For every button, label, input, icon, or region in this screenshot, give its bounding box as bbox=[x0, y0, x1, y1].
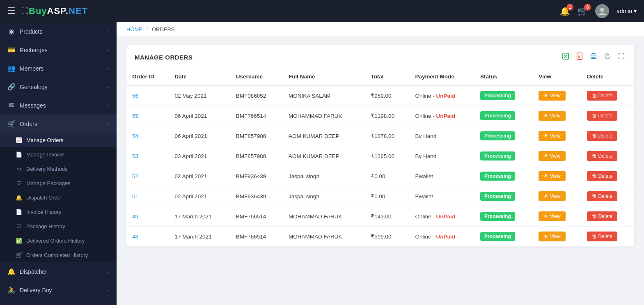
submenu-item-manage-packages[interactable]: 🛡 Manage Packages bbox=[0, 176, 117, 190]
sidebar-item-members[interactable]: 👥 Members › bbox=[0, 59, 117, 78]
notifications-button[interactable]: 🔔 1 bbox=[560, 6, 570, 16]
cell-status: Processing bbox=[474, 166, 533, 186]
cell-full-name: AOM KUMAR DEEP bbox=[283, 126, 365, 146]
view-button[interactable]: 👁 View bbox=[539, 111, 565, 121]
status-badge: Processing bbox=[480, 232, 515, 241]
sidebar: ◉ Products › 💳 Recharges › 👥 Members › 🔗… bbox=[0, 22, 117, 305]
sidebar-item-dispatcher[interactable]: 🔔 Dispatcher › bbox=[0, 262, 117, 281]
cell-payment-mode: Online - UnPaid bbox=[410, 85, 475, 106]
cell-total: ₹0.00 bbox=[365, 186, 409, 206]
cell-delete: 🗑 Delete bbox=[581, 186, 634, 206]
col-delete: Delete bbox=[581, 68, 634, 85]
view-button[interactable]: 👁 View bbox=[539, 151, 565, 161]
order-id-link[interactable]: 53 bbox=[132, 153, 138, 159]
cell-delete: 🗑 Delete bbox=[581, 206, 634, 227]
cell-date: 03 April 2021 bbox=[169, 146, 230, 166]
cell-username: BMF766514 bbox=[230, 106, 283, 126]
order-id-link[interactable]: 51 bbox=[132, 193, 138, 200]
submenu-item-manage-invoice[interactable]: 📄 Manage Invoice bbox=[0, 147, 117, 162]
table-row: 51 02 April 2021 BMF936439 Jaspal singh … bbox=[126, 186, 634, 206]
delete-button[interactable]: 🗑 Delete bbox=[587, 151, 617, 161]
expand-button[interactable]: ⛶ bbox=[21, 7, 29, 16]
table-row: 53 03 April 2021 BMF857988 AOM KUMAR DEE… bbox=[126, 146, 634, 166]
manage-orders-card: MANAGE ORDERS bbox=[126, 45, 634, 247]
submenu-item-delivered-orders-history[interactable]: ✅ Delivered Orders History bbox=[0, 234, 117, 248]
cell-total: ₹0.00 bbox=[365, 166, 409, 186]
fullscreen-button[interactable] bbox=[617, 52, 626, 63]
sidebar-item-products[interactable]: ◉ Products › bbox=[0, 22, 117, 41]
view-button[interactable]: 👁 View bbox=[539, 91, 565, 101]
order-id-link[interactable]: 49 bbox=[132, 213, 138, 220]
print-button[interactable] bbox=[589, 52, 598, 63]
products-icon: ◉ bbox=[7, 28, 16, 35]
topnav: ☰ ⛶ BuyASP.NET 🔔 1 🛒 8 admin ▾ bbox=[0, 0, 644, 22]
sidebar-item-orders-label: Orders bbox=[20, 121, 37, 127]
order-id-link[interactable]: 56 bbox=[132, 93, 138, 99]
orders-completed-icon: 🛒 bbox=[16, 252, 22, 258]
refresh-button[interactable] bbox=[603, 52, 612, 63]
cell-total: ₹143.00 bbox=[365, 206, 409, 227]
sidebar-item-delivery-boy[interactable]: 🚴 Delivery Boy › bbox=[0, 281, 117, 299]
cart-badge: 8 bbox=[584, 4, 591, 11]
orders-submenu: 📈 Manage Orders 📄 Manage Invoice ↪ Deliv… bbox=[0, 133, 117, 262]
card-actions bbox=[561, 52, 626, 63]
view-button[interactable]: 👁 View bbox=[539, 211, 565, 221]
submenu-package-history-label: Package History bbox=[26, 223, 65, 229]
sidebar-item-messages[interactable]: ✉ Messages › bbox=[0, 96, 117, 115]
hamburger-button[interactable]: ☰ bbox=[7, 6, 16, 16]
export-excel-button[interactable] bbox=[561, 52, 570, 63]
delete-button[interactable]: 🗑 Delete bbox=[587, 211, 617, 221]
payment-mode-text: Online - bbox=[415, 234, 436, 240]
cell-username: BMF936439 bbox=[230, 186, 283, 206]
order-id-link[interactable]: 48 bbox=[132, 234, 138, 240]
cell-status: Processing bbox=[474, 227, 533, 247]
cart-button[interactable]: 🛒 8 bbox=[578, 6, 588, 16]
breadcrumb-home[interactable]: HOME bbox=[126, 26, 142, 32]
sidebar-item-orders[interactable]: 🛒 Orders ∨ bbox=[0, 115, 117, 133]
orders-icon: 🛒 bbox=[7, 120, 16, 128]
payment-mode-text: Online - bbox=[415, 113, 436, 119]
order-id-link[interactable]: 52 bbox=[132, 173, 138, 179]
submenu-item-package-history[interactable]: 🛡 Package History bbox=[0, 219, 117, 234]
view-button[interactable]: 👁 View bbox=[539, 191, 565, 201]
breadcrumb-current: ORDERS bbox=[152, 26, 175, 32]
col-username: Username bbox=[230, 68, 283, 85]
submenu-manage-orders-label: Manage Orders bbox=[26, 137, 63, 143]
chevron-right-icon-2: › bbox=[108, 48, 109, 53]
export-pdf-button[interactable] bbox=[575, 52, 584, 63]
breadcrumb-separator: / bbox=[147, 26, 148, 32]
sidebar-item-recharges[interactable]: 💳 Recharges › bbox=[0, 41, 117, 59]
orders-table: Order ID Date Username Full Name Total P… bbox=[126, 68, 634, 247]
delete-button[interactable]: 🗑 Delete bbox=[587, 171, 617, 181]
submenu-item-delivery-methods[interactable]: ↪ Delivery Methods bbox=[0, 162, 117, 176]
delete-button[interactable]: 🗑 Delete bbox=[587, 91, 617, 101]
cell-full-name: Jaspal singh bbox=[283, 186, 365, 206]
submenu-item-dispatch-order[interactable]: 🔔 Dispatch Order bbox=[0, 190, 117, 205]
order-id-link[interactable]: 55 bbox=[132, 113, 138, 119]
cell-view: 👁 View bbox=[533, 166, 581, 186]
cell-payment-mode: Ewallet bbox=[410, 186, 475, 206]
col-view: View bbox=[533, 68, 581, 85]
submenu-item-invoice-history[interactable]: 📄 Invoice History bbox=[0, 205, 117, 219]
table-row: 56 02 May 2021 BMF086852 MONIKA SALAM ₹9… bbox=[126, 85, 634, 106]
cell-total: ₹1365.00 bbox=[365, 146, 409, 166]
chevron-right-icon-3: › bbox=[108, 66, 109, 71]
cell-status: Processing bbox=[474, 85, 533, 106]
status-badge: Processing bbox=[480, 131, 515, 140]
cell-username: BMF936439 bbox=[230, 166, 283, 186]
sidebar-item-genealogy[interactable]: 🔗 Genealogy › bbox=[0, 78, 117, 96]
order-id-link[interactable]: 54 bbox=[132, 133, 138, 139]
submenu-item-manage-orders[interactable]: 📈 Manage Orders bbox=[0, 133, 117, 147]
cell-status: Processing bbox=[474, 186, 533, 206]
cell-full-name: Jaspal singh bbox=[283, 166, 365, 186]
submenu-item-orders-completed-history[interactable]: 🛒 Orders Completed History bbox=[0, 248, 117, 262]
delete-button[interactable]: 🗑 Delete bbox=[587, 131, 617, 141]
delete-button[interactable]: 🗑 Delete bbox=[587, 191, 617, 201]
view-button[interactable]: 👁 View bbox=[539, 232, 565, 241]
admin-label[interactable]: admin ▾ bbox=[616, 8, 637, 14]
delete-button[interactable]: 🗑 Delete bbox=[587, 111, 617, 121]
cell-username: BMF857988 bbox=[230, 126, 283, 146]
view-button[interactable]: 👁 View bbox=[539, 171, 565, 181]
view-button[interactable]: 👁 View bbox=[539, 131, 565, 141]
delete-button[interactable]: 🗑 Delete bbox=[587, 232, 617, 241]
